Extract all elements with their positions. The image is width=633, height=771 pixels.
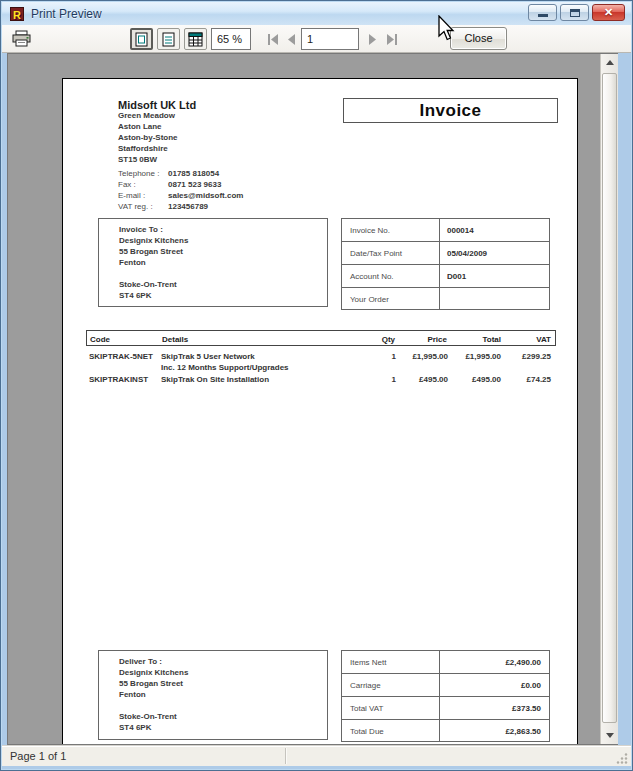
resize-grip[interactable] bbox=[616, 752, 628, 764]
window-title: Print Preview bbox=[31, 7, 102, 21]
invoice-page: Midsoft UK Ltd Green Meadow Aston Lane A… bbox=[62, 78, 578, 745]
company-contact-values: 01785 818054 0871 523 9633 sales@midsoft… bbox=[168, 168, 243, 212]
totals-table: Items Nett£2,490.00 Carriage£0.00 Total … bbox=[341, 650, 550, 742]
mouse-cursor-icon bbox=[437, 15, 457, 43]
first-page-icon bbox=[267, 34, 279, 45]
invoice-to-box: Invoice To : Designix Kitchens 55 Brogan… bbox=[98, 218, 328, 307]
first-page-button[interactable] bbox=[264, 28, 281, 50]
maximize-button[interactable] bbox=[560, 4, 589, 21]
print-button[interactable] bbox=[12, 30, 31, 51]
vertical-scrollbar[interactable] bbox=[600, 54, 618, 744]
deliver-to-box: Deliver To : Designix Kitchens 55 Brogan… bbox=[98, 650, 328, 740]
scroll-down-button[interactable] bbox=[601, 727, 618, 744]
meta-row: Invoice No.000014 bbox=[342, 219, 549, 242]
view-whole-page-button[interactable] bbox=[130, 28, 153, 50]
close-icon: ✕ bbox=[604, 5, 613, 20]
window-close-button[interactable]: ✕ bbox=[592, 4, 625, 21]
page-number-input[interactable] bbox=[301, 28, 359, 50]
totals-row: Total Due£2,863.50 bbox=[342, 720, 549, 743]
multiple-pages-icon bbox=[188, 32, 203, 47]
previous-page-icon bbox=[287, 34, 296, 45]
totals-row: Carriage£0.00 bbox=[342, 674, 549, 697]
page-width-icon bbox=[162, 32, 175, 47]
status-divider bbox=[285, 748, 287, 764]
document-viewport: Midsoft UK Ltd Green Meadow Aston Lane A… bbox=[7, 53, 618, 745]
meta-row: Your Order bbox=[342, 288, 549, 311]
whole-page-icon bbox=[135, 32, 148, 47]
next-page-icon bbox=[368, 34, 377, 45]
items-table-header: Code Details Qty Price Total VAT bbox=[86, 330, 556, 346]
scroll-up-icon bbox=[606, 60, 614, 65]
print-preview-window: R Print Preview ✕ bbox=[0, 0, 633, 771]
view-multiple-pages-button[interactable] bbox=[184, 28, 207, 50]
status-bar: Page 1 of 1 bbox=[2, 745, 631, 766]
meta-row: Account No.D001 bbox=[342, 265, 549, 288]
page-status-text: Page 1 of 1 bbox=[10, 750, 66, 762]
close-preview-button[interactable]: Close bbox=[450, 27, 507, 50]
scroll-down-icon bbox=[606, 733, 614, 738]
zoom-input[interactable] bbox=[211, 28, 251, 50]
previous-page-button[interactable] bbox=[283, 28, 300, 50]
scroll-up-button[interactable] bbox=[601, 54, 618, 71]
meta-row: Date/Tax Point05/04/2009 bbox=[342, 242, 549, 265]
toolbar: Close bbox=[2, 25, 631, 53]
company-contact-labels: Telephone : Fax : E-mail : VAT reg. : bbox=[118, 168, 159, 212]
totals-row: Items Nett£2,490.00 bbox=[342, 651, 549, 674]
minimize-icon bbox=[538, 14, 548, 17]
next-page-button[interactable] bbox=[364, 28, 381, 50]
titlebar[interactable]: R Print Preview ✕ bbox=[2, 2, 631, 25]
totals-row: Total VAT£373.50 bbox=[342, 697, 549, 720]
company-address: Green Meadow Aston Lane Aston-by-Stone S… bbox=[118, 110, 178, 165]
last-page-button[interactable] bbox=[383, 28, 400, 50]
minimize-button[interactable] bbox=[528, 4, 557, 21]
invoice-meta-table: Invoice No.000014 Date/Tax Point05/04/20… bbox=[341, 218, 550, 310]
document-title: Invoice bbox=[343, 98, 558, 123]
scrollbar-thumb[interactable] bbox=[602, 73, 617, 723]
last-page-icon bbox=[386, 34, 398, 45]
app-icon: R bbox=[10, 7, 24, 21]
view-page-width-button[interactable] bbox=[157, 28, 180, 50]
printer-icon bbox=[12, 30, 31, 47]
maximize-icon bbox=[570, 9, 580, 17]
